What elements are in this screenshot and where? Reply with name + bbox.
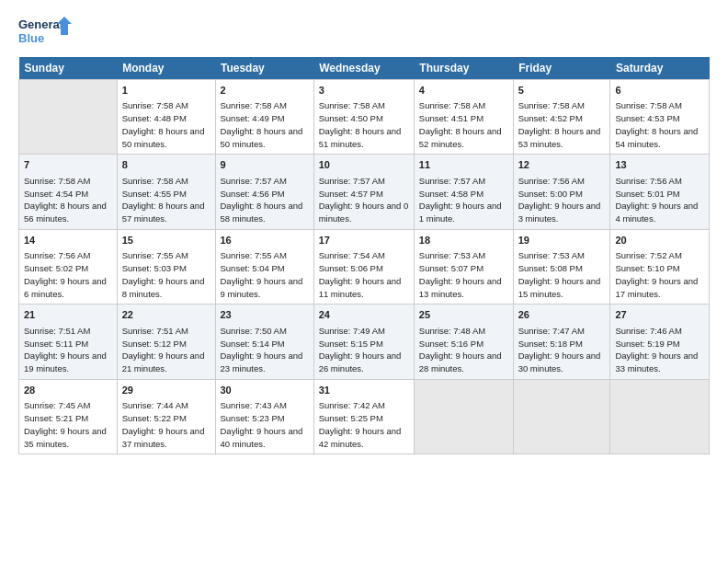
day-cell: 5Sunrise: 7:58 AMSunset: 4:52 PMDaylight… <box>513 80 610 155</box>
day-cell: 26Sunrise: 7:47 AMSunset: 5:18 PMDayligh… <box>513 304 610 379</box>
day-info: Sunrise: 7:58 AMSunset: 4:50 PMDaylight:… <box>319 99 409 150</box>
day-cell <box>610 379 710 454</box>
day-number: 4 <box>419 84 508 98</box>
day-cell: 20Sunrise: 7:52 AMSunset: 5:10 PMDayligh… <box>610 229 710 304</box>
day-cell: 25Sunrise: 7:48 AMSunset: 5:16 PMDayligh… <box>414 304 513 379</box>
day-cell: 23Sunrise: 7:50 AMSunset: 5:14 PMDayligh… <box>215 304 313 379</box>
day-cell <box>414 379 513 454</box>
day-info: Sunrise: 7:45 AMSunset: 5:21 PMDaylight:… <box>24 399 112 450</box>
day-number: 14 <box>24 234 112 247</box>
day-number: 11 <box>419 158 508 172</box>
day-info: Sunrise: 7:57 AMSunset: 4:56 PMDaylight:… <box>221 175 309 225</box>
day-info: Sunrise: 7:44 AMSunset: 5:22 PMDaylight:… <box>122 399 210 450</box>
day-number: 6 <box>615 84 704 98</box>
day-number: 28 <box>24 384 112 397</box>
day-info: Sunrise: 7:58 AMSunset: 4:49 PMDaylight:… <box>221 99 309 150</box>
day-info: Sunrise: 7:56 AMSunset: 5:01 PMDaylight:… <box>615 175 704 225</box>
day-cell: 4Sunrise: 7:58 AMSunset: 4:51 PMDaylight… <box>414 80 513 155</box>
weekday-header-friday: Friday <box>513 57 610 80</box>
day-cell: 7Sunrise: 7:58 AMSunset: 4:54 PMDaylight… <box>19 155 118 229</box>
day-number: 17 <box>319 234 409 247</box>
day-cell: 19Sunrise: 7:53 AMSunset: 5:08 PMDayligh… <box>513 229 610 304</box>
day-number: 10 <box>319 158 409 172</box>
day-number: 25 <box>419 308 508 322</box>
day-info: Sunrise: 7:50 AMSunset: 5:14 PMDaylight:… <box>221 325 309 375</box>
weekday-header-monday: Monday <box>117 57 215 80</box>
day-info: Sunrise: 7:53 AMSunset: 5:08 PMDaylight:… <box>518 249 606 300</box>
day-number: 7 <box>24 158 112 172</box>
day-cell: 29Sunrise: 7:44 AMSunset: 5:22 PMDayligh… <box>117 379 215 454</box>
day-cell: 22Sunrise: 7:51 AMSunset: 5:12 PMDayligh… <box>117 304 215 379</box>
day-info: Sunrise: 7:52 AMSunset: 5:10 PMDaylight:… <box>615 249 704 300</box>
day-number: 22 <box>122 308 210 322</box>
page: General Blue SundayMondayTuesdayWednesda… <box>0 0 728 563</box>
day-cell: 9Sunrise: 7:57 AMSunset: 4:56 PMDaylight… <box>215 155 313 229</box>
day-cell: 2Sunrise: 7:58 AMSunset: 4:49 PMDaylight… <box>215 80 313 155</box>
day-number: 23 <box>221 308 309 322</box>
day-info: Sunrise: 7:57 AMSunset: 4:58 PMDaylight:… <box>419 175 508 225</box>
day-info: Sunrise: 7:55 AMSunset: 5:03 PMDaylight:… <box>122 249 210 300</box>
day-number: 5 <box>518 84 606 98</box>
calendar-table: SundayMondayTuesdayWednesdayThursdayFrid… <box>18 57 710 454</box>
day-info: Sunrise: 7:57 AMSunset: 4:57 PMDaylight:… <box>319 175 409 225</box>
day-number: 27 <box>615 308 704 322</box>
day-cell: 16Sunrise: 7:55 AMSunset: 5:04 PMDayligh… <box>215 229 313 304</box>
day-info: Sunrise: 7:42 AMSunset: 5:25 PMDaylight:… <box>319 399 409 450</box>
day-cell: 10Sunrise: 7:57 AMSunset: 4:57 PMDayligh… <box>313 155 414 229</box>
day-cell: 1Sunrise: 7:58 AMSunset: 4:48 PMDaylight… <box>117 80 215 155</box>
day-cell: 21Sunrise: 7:51 AMSunset: 5:11 PMDayligh… <box>19 304 118 379</box>
day-info: Sunrise: 7:56 AMSunset: 5:02 PMDaylight:… <box>24 249 112 300</box>
day-number: 26 <box>518 308 606 322</box>
week-row-5: 28Sunrise: 7:45 AMSunset: 5:21 PMDayligh… <box>19 379 710 454</box>
day-cell: 6Sunrise: 7:58 AMSunset: 4:53 PMDaylight… <box>610 80 710 155</box>
day-info: Sunrise: 7:56 AMSunset: 5:00 PMDaylight:… <box>518 175 606 225</box>
week-row-2: 7Sunrise: 7:58 AMSunset: 4:54 PMDaylight… <box>19 155 710 229</box>
day-cell: 30Sunrise: 7:43 AMSunset: 5:23 PMDayligh… <box>215 379 313 454</box>
day-cell: 11Sunrise: 7:57 AMSunset: 4:58 PMDayligh… <box>414 155 513 229</box>
day-number: 1 <box>122 84 210 98</box>
day-cell: 8Sunrise: 7:58 AMSunset: 4:55 PMDaylight… <box>117 155 215 229</box>
day-number: 18 <box>419 234 508 247</box>
header: General Blue <box>18 15 710 48</box>
weekday-header-wednesday: Wednesday <box>313 57 414 80</box>
day-info: Sunrise: 7:58 AMSunset: 4:52 PMDaylight:… <box>518 99 606 150</box>
day-cell: 18Sunrise: 7:53 AMSunset: 5:07 PMDayligh… <box>414 229 513 304</box>
weekday-header-tuesday: Tuesday <box>215 57 313 80</box>
day-cell: 31Sunrise: 7:42 AMSunset: 5:25 PMDayligh… <box>313 379 414 454</box>
day-number: 24 <box>319 308 409 322</box>
day-cell: 12Sunrise: 7:56 AMSunset: 5:00 PMDayligh… <box>513 155 610 229</box>
day-info: Sunrise: 7:55 AMSunset: 5:04 PMDaylight:… <box>221 249 309 300</box>
day-number: 31 <box>319 384 409 397</box>
day-info: Sunrise: 7:46 AMSunset: 5:19 PMDaylight:… <box>615 325 704 375</box>
logo-svg: General Blue <box>18 15 74 48</box>
day-info: Sunrise: 7:49 AMSunset: 5:15 PMDaylight:… <box>319 325 409 375</box>
day-info: Sunrise: 7:47 AMSunset: 5:18 PMDaylight:… <box>518 325 606 375</box>
day-number: 29 <box>122 384 210 397</box>
day-info: Sunrise: 7:58 AMSunset: 4:51 PMDaylight:… <box>419 99 508 150</box>
week-row-4: 21Sunrise: 7:51 AMSunset: 5:11 PMDayligh… <box>19 304 710 379</box>
day-number: 9 <box>221 158 309 172</box>
day-cell: 28Sunrise: 7:45 AMSunset: 5:21 PMDayligh… <box>19 379 118 454</box>
logo: General Blue <box>18 15 74 48</box>
day-cell: 13Sunrise: 7:56 AMSunset: 5:01 PMDayligh… <box>610 155 710 229</box>
day-number: 20 <box>615 234 704 247</box>
day-info: Sunrise: 7:48 AMSunset: 5:16 PMDaylight:… <box>419 325 508 375</box>
weekday-header-sunday: Sunday <box>19 57 118 80</box>
day-cell: 24Sunrise: 7:49 AMSunset: 5:15 PMDayligh… <box>313 304 414 379</box>
weekday-header-thursday: Thursday <box>414 57 513 80</box>
day-number: 15 <box>122 234 210 247</box>
weekday-header-row: SundayMondayTuesdayWednesdayThursdayFrid… <box>19 57 710 80</box>
day-cell: 27Sunrise: 7:46 AMSunset: 5:19 PMDayligh… <box>610 304 710 379</box>
day-info: Sunrise: 7:58 AMSunset: 4:55 PMDaylight:… <box>122 175 210 225</box>
day-info: Sunrise: 7:58 AMSunset: 4:54 PMDaylight:… <box>24 175 112 225</box>
day-number: 8 <box>122 158 210 172</box>
weekday-header-saturday: Saturday <box>610 57 710 80</box>
day-info: Sunrise: 7:43 AMSunset: 5:23 PMDaylight:… <box>221 399 309 450</box>
svg-text:General: General <box>18 17 63 31</box>
day-info: Sunrise: 7:51 AMSunset: 5:11 PMDaylight:… <box>24 325 112 375</box>
day-cell: 17Sunrise: 7:54 AMSunset: 5:06 PMDayligh… <box>313 229 414 304</box>
day-number: 2 <box>221 84 309 98</box>
day-cell: 14Sunrise: 7:56 AMSunset: 5:02 PMDayligh… <box>19 229 118 304</box>
day-info: Sunrise: 7:58 AMSunset: 4:48 PMDaylight:… <box>122 99 210 150</box>
day-number: 3 <box>319 84 409 98</box>
